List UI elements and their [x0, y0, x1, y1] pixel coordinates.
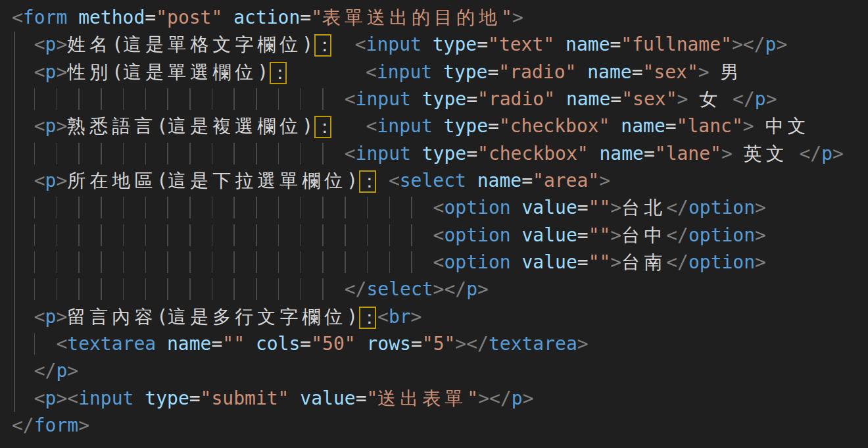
- code-token-tag: option: [688, 251, 755, 273]
- code-line-2[interactable]: <p>姓名(這是單格文字欄位)： <input type="text" name…: [12, 31, 868, 58]
- code-token-p: </: [12, 414, 34, 436]
- code-token-txt: (: [157, 115, 168, 137]
- code-token-str: "post": [156, 7, 233, 28]
- code-line-5[interactable]: <p>熟悉語言(這是複選欄位)： <input type="checkbox" …: [12, 112, 868, 139]
- code-token-str: "sex": [643, 61, 698, 83]
- code-token-p: <: [34, 387, 45, 409]
- code-token-p: >: [411, 306, 422, 328]
- code-line-6[interactable]: <input type="checkbox" name="lane"> 英文 <…: [12, 140, 868, 167]
- code-token-p: ></: [478, 387, 512, 409]
- code-line-3[interactable]: <p>性別(這是單選欄位)： <input type="radio" name=…: [12, 59, 868, 86]
- code-token-p: >: [577, 333, 589, 355]
- code-line-7[interactable]: <p>所在地區(這是下拉選單欄位)： <select name="area">: [12, 167, 868, 194]
- code-token-attr: type: [433, 34, 477, 55]
- code-token-attr: name: [587, 61, 631, 83]
- code-line-12[interactable]: <p>留言內容(這是多行文字欄位)：<br>: [12, 303, 868, 330]
- code-token-p: >: [721, 143, 733, 164]
- code-token-txt: (: [112, 61, 123, 83]
- code-token-sp: [12, 61, 34, 83]
- code-token-tag: br: [389, 306, 411, 328]
- code-token-txt: (: [157, 306, 168, 328]
- code-token-txt: ): [302, 34, 313, 55]
- code-token-cjk: 這是單選欄位: [123, 61, 257, 83]
- code-token-txt: (: [157, 170, 168, 191]
- code-token-tag: input: [78, 387, 145, 409]
- code-token-cjk: 這是單格文字欄位: [123, 34, 302, 55]
- code-token-cjk: 這是多行文字欄位: [168, 306, 347, 328]
- code-editor[interactable]: <form method="post" action="表單送出的目的地"> <…: [0, 0, 868, 448]
- code-token-p: >: [610, 251, 621, 273]
- code-token-p: >: [56, 306, 67, 328]
- code-token-str: "5": [422, 333, 456, 355]
- code-token-p: >: [78, 414, 89, 436]
- code-token-p: <: [34, 115, 45, 137]
- code-token-cjk: 台中: [621, 224, 666, 246]
- code-token-p: <: [433, 251, 445, 273]
- code-token-p: <: [345, 143, 356, 164]
- code-token-txt: [788, 143, 800, 164]
- code-token-attr: rows: [366, 333, 410, 355]
- code-token-str: "text": [488, 34, 566, 55]
- code-token-txt: [733, 143, 744, 164]
- code-token-str: "": [589, 224, 611, 246]
- code-token-p: >: [610, 224, 621, 246]
- code-token-sp: [288, 61, 366, 83]
- code-line-1[interactable]: <form method="post" action="表單送出的目的地">: [12, 4, 868, 31]
- code-line-15[interactable]: <p><input type="submit" value="送出表單"></p…: [12, 385, 868, 412]
- code-token-tag: textarea: [67, 333, 167, 355]
- code-token-attr: name: [477, 170, 521, 191]
- code-token-p: >: [776, 34, 787, 55]
- code-token-p: <: [34, 170, 45, 191]
- code-line-8[interactable]: <option value="">台北</option>: [12, 194, 868, 221]
- code-token-str: ": [501, 7, 512, 28]
- code-token-p: <: [34, 61, 45, 83]
- code-token-cjk: 這是複選欄位: [168, 115, 302, 137]
- code-token-p: >: [523, 387, 534, 409]
- code-token-sp: [12, 387, 34, 409]
- code-line-9[interactable]: <option value="">台中</option>: [12, 222, 868, 249]
- code-line-10[interactable]: <option value="">台南</option>: [12, 249, 868, 276]
- code-token-attr: value: [521, 197, 577, 218]
- code-token-tag: option: [688, 224, 755, 246]
- code-token-tag: p: [466, 278, 477, 300]
- code-token-cjk: 中文: [765, 115, 810, 137]
- code-token-tag: p: [755, 88, 766, 110]
- code-token-txt: ): [302, 115, 313, 137]
- code-token-p: <: [56, 333, 67, 355]
- code-token-p: >: [755, 251, 766, 273]
- code-token-str: "": [589, 197, 611, 218]
- code-token-sp: [12, 278, 34, 300]
- code-token-p: ><: [56, 387, 78, 409]
- code-token-eq: =: [300, 7, 311, 28]
- code-token-tag: p: [45, 115, 57, 137]
- code-token-tag: p: [45, 306, 57, 328]
- code-line-13[interactable]: <textarea name="" cols="50" rows="5"></t…: [12, 330, 868, 357]
- code-token-str: "area": [533, 170, 599, 191]
- code-token-tag: select: [366, 278, 433, 300]
- code-token-str: ": [366, 387, 377, 409]
- code-token-eq: =: [632, 61, 643, 83]
- code-token-sp: [333, 34, 355, 55]
- code-token-eq: =: [189, 387, 201, 409]
- code-token-sp: [12, 360, 34, 382]
- code-token-eq: =: [211, 333, 222, 355]
- code-line-14[interactable]: </p>: [12, 357, 868, 384]
- code-token-cjk: 女: [699, 88, 721, 110]
- code-token-p: </: [666, 197, 688, 218]
- code-token-sp: [333, 115, 366, 137]
- code-line-11[interactable]: </select></p>: [12, 276, 868, 303]
- code-token-attr: type: [422, 143, 466, 164]
- code-token-p: <: [345, 88, 356, 110]
- code-token-attr: action: [233, 7, 300, 28]
- code-line-4[interactable]: <input type="radio" name="sex"> 女 </p>: [12, 86, 868, 112]
- code-token-eq: =: [610, 34, 621, 55]
- code-line-16[interactable]: </form>: [12, 412, 868, 439]
- code-token-ws: [34, 224, 433, 246]
- code-token-sp: [12, 143, 34, 164]
- code-token-eq: =: [477, 34, 488, 55]
- code-token-ws: [34, 197, 433, 218]
- code-token-p: >: [766, 88, 777, 110]
- code-token-p: >: [610, 197, 621, 218]
- code-token-txt: [710, 61, 721, 83]
- code-token-eq: =: [145, 7, 156, 28]
